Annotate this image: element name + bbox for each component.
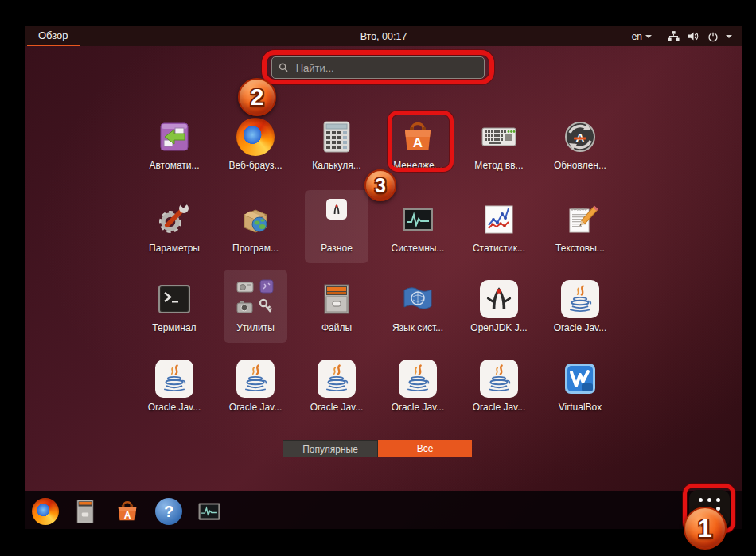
app-software-properties[interactable]: Програм... [217,200,294,254]
notepad-pencil-icon [561,200,599,239]
app-label: Програм... [217,243,294,254]
app-label: Oracle Jav... [217,402,294,413]
dock-files[interactable] [72,498,99,525]
app-label: Автомати... [136,160,212,171]
language-flag-icon [399,280,437,318]
duke-mini-icon [326,199,347,220]
network-icon [667,29,680,43]
java-cup-icon [399,360,437,398]
ubuntu-software-icon: A [114,498,141,525]
app-calculator[interactable]: Калькуля... [298,118,375,171]
box-globe-icon [236,200,275,239]
volume-icon [687,29,700,43]
app-terminal[interactable]: Терминал [136,280,212,333]
software-updater-icon: A [561,118,599,156]
app-oracle-java[interactable]: Oracle Jav... [380,360,456,413]
chevron-down-icon [645,35,652,38]
folder-label: Разное [305,243,368,254]
app-label: Oracle Jav... [136,402,212,413]
app-label: OpenJDK J... [461,322,537,333]
app-text-editor[interactable]: Текстовы... [542,200,618,254]
app-oracle-java[interactable]: Oracle Jav... [298,360,375,413]
question-mark-icon: ? [164,503,173,521]
dock-system-monitor[interactable] [196,498,223,525]
folder-utilities[interactable]: Утилиты [224,270,287,343]
app-oracle-java[interactable]: Oracle Jav... [461,360,537,413]
java-cup-icon [318,360,356,398]
app-oracle-java[interactable]: Oracle Jav... [136,360,212,413]
app-openjdk[interactable]: OpenJDK J... [461,280,537,333]
dock-ubuntu-software[interactable]: A [114,498,141,525]
app-web-browser[interactable]: Веб-брауз... [217,118,294,171]
automation-icon [155,118,193,156]
app-label: Файлы [298,322,375,333]
dock-firefox[interactable] [32,498,59,525]
app-label: Обновлен... [542,160,618,171]
app-label: VirtualBox [542,402,618,413]
annotation-box-software-manager [388,111,454,172]
java-cup-icon [480,360,518,398]
activities-button[interactable]: Обзор [27,26,80,46]
gear-wrench-icon [155,200,193,239]
keyboard-layout-indicator[interactable]: en [632,31,652,42]
system-monitor-icon [399,200,437,239]
folder-utilities-preview [224,278,287,318]
app-virtualbox[interactable]: VirtualBox [542,360,618,413]
camera-mini-icon [236,298,255,316]
annotation-step-3: 3 [364,169,396,201]
app-oracle-java[interactable]: Oracle Jav... [542,280,618,333]
app-software-updater[interactable]: A Обновлен... [542,118,618,171]
app-system-language[interactable]: Язык сист... [380,280,456,333]
app-input-method[interactable]: Метод вв... [461,118,537,171]
app-label: Статистик... [461,243,537,254]
purple-utility-mini-icon [257,278,276,296]
annotation-step-1: 1 [684,507,727,550]
app-automation[interactable]: Автомати... [136,118,212,171]
app-settings[interactable]: Параметры [136,200,212,254]
keys-mini-icon [257,298,276,316]
chevron-down-icon [726,35,732,38]
clock[interactable]: Вто, 00:17 [360,31,407,42]
top-bar: Обзор Вто, 00:17 en [25,26,742,46]
file-cabinet-icon [318,280,356,318]
app-label: Параметры [136,243,212,254]
app-filter-toggle: Популярные Все [283,440,472,457]
filter-popular-button[interactable]: Популярные [283,440,378,457]
system-monitor-icon [196,498,223,525]
file-cabinet-icon [72,498,99,525]
terminal-icon [155,280,193,318]
app-label: Веб-брауз... [217,160,294,171]
app-label: Системны... [380,243,456,254]
openjdk-duke-icon [480,280,518,318]
app-label: Язык сист... [380,322,456,333]
statistics-chart-icon [480,200,518,239]
keyboard-icon [480,118,518,156]
power-icon [707,30,719,43]
firefox-icon [236,118,275,156]
app-label: Текстовы... [542,243,618,254]
app-system-monitor[interactable]: Системны... [380,200,456,254]
keyboard-layout-label: en [632,31,642,42]
java-cup-icon [561,280,599,318]
svg-text:A: A [124,510,131,521]
status-icons[interactable] [667,29,732,43]
ubuntu-desktop-overview: Обзор Вто, 00:17 en [25,26,742,529]
app-label: Калькуля... [298,160,375,171]
app-statistics[interactable]: Статистик... [461,200,537,254]
folder-misc[interactable]: Разное [305,190,368,263]
virtualbox-icon [561,360,599,398]
java-cup-icon [236,360,275,398]
folder-label: Утилиты [224,322,287,333]
app-files[interactable]: Файлы [298,280,375,333]
app-label: Oracle Jav... [461,402,537,413]
app-oracle-java[interactable]: Oracle Jav... [217,360,294,413]
filter-all-button[interactable]: Все [378,440,472,457]
app-label: Oracle Jav... [380,402,456,413]
dock-help[interactable]: ? [155,498,182,525]
calculator-icon [318,118,356,156]
annotation-box-search [262,50,494,84]
system-tray: en [632,29,742,43]
java-cup-icon [155,360,193,398]
app-label: Oracle Jav... [298,402,375,413]
app-label: Терминал [136,322,212,333]
